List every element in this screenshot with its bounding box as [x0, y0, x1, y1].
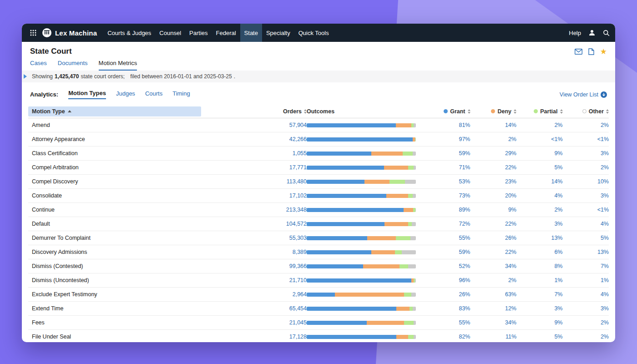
other-pct-link[interactable]: 3%: [601, 305, 609, 312]
other-pct-link[interactable]: 10%: [597, 178, 609, 185]
tab-motion-metrics[interactable]: Motion Metrics: [99, 60, 137, 71]
grant-pct-link[interactable]: 97%: [459, 136, 470, 142]
orders-count-link[interactable]: 113,480: [287, 178, 307, 185]
other-pct-link[interactable]: 5%: [601, 235, 609, 241]
motion-type-cell[interactable]: Amend: [28, 122, 201, 128]
outcomes-stacked-bar[interactable]: [307, 208, 416, 212]
orders-count-link[interactable]: 104,572: [286, 221, 307, 227]
grant-pct-link[interactable]: 59%: [459, 249, 470, 255]
outcomes-stacked-bar[interactable]: [307, 137, 416, 142]
lex-machina-logo[interactable]: Lex Machina: [42, 28, 97, 38]
email-alert-icon[interactable]: [575, 49, 582, 55]
grant-pct-link[interactable]: 81%: [459, 122, 470, 128]
outcomes-stacked-bar[interactable]: [307, 194, 416, 198]
deny-pct-link[interactable]: 29%: [505, 150, 516, 157]
partial-pct-link[interactable]: <1%: [551, 136, 562, 142]
outcomes-stacked-bar[interactable]: [307, 278, 416, 283]
outcomes-stacked-bar[interactable]: [307, 321, 416, 325]
grant-pct-link[interactable]: 55%: [459, 319, 470, 326]
outcomes-stacked-bar[interactable]: [307, 222, 416, 226]
outcomes-stacked-bar[interactable]: [307, 152, 416, 156]
partial-pct-link[interactable]: 4%: [554, 192, 562, 199]
grant-pct-link[interactable]: 83%: [459, 305, 470, 312]
partial-pct-link[interactable]: 3%: [554, 305, 562, 312]
outcomes-stacked-bar[interactable]: [307, 307, 416, 311]
partial-pct-link[interactable]: 5%: [554, 334, 562, 340]
orders-count-link[interactable]: 1,055: [293, 150, 307, 157]
document-export-icon[interactable]: [588, 48, 594, 55]
outcomes-stacked-bar[interactable]: [307, 293, 416, 297]
nav-item-state[interactable]: State: [240, 24, 262, 42]
deny-pct-link[interactable]: 2%: [508, 277, 516, 283]
other-pct-link[interactable]: 4%: [601, 221, 609, 227]
deny-pct-link[interactable]: 22%: [505, 249, 516, 255]
deny-pct-link[interactable]: 2%: [508, 136, 516, 142]
sort-motion-type[interactable]: Motion Type: [28, 106, 201, 116]
partial-pct-link[interactable]: 9%: [554, 150, 562, 157]
nav-item-quick-tools[interactable]: Quick Tools: [294, 24, 333, 42]
partial-pct-link[interactable]: 3%: [554, 221, 562, 227]
motion-type-cell[interactable]: Demurrer To Complaint: [28, 235, 201, 241]
nav-item-federal[interactable]: Federal: [212, 24, 240, 42]
partial-pct-link[interactable]: 6%: [554, 249, 562, 255]
column-orders[interactable]: Orders: [201, 108, 307, 115]
partial-pct-link[interactable]: 8%: [554, 263, 562, 269]
motion-type-cell[interactable]: Class Certification: [28, 150, 201, 157]
deny-pct-link[interactable]: 26%: [505, 235, 516, 241]
motion-type-cell[interactable]: Dismiss (Contested): [28, 263, 201, 269]
orders-count-link[interactable]: 65,454: [289, 305, 307, 312]
grant-pct-link[interactable]: 96%: [459, 277, 470, 283]
nav-item-specialty[interactable]: Specialty: [262, 24, 294, 42]
analytics-tab-courts[interactable]: Courts: [145, 90, 162, 99]
grant-pct-link[interactable]: 72%: [459, 221, 470, 227]
orders-count-link[interactable]: 55,303: [289, 235, 307, 241]
partial-pct-link[interactable]: 5%: [554, 164, 562, 171]
grant-pct-link[interactable]: 53%: [459, 178, 470, 185]
apps-grid-icon[interactable]: [27, 24, 39, 42]
help-link[interactable]: Help: [569, 30, 581, 36]
deny-pct-link[interactable]: 14%: [505, 122, 516, 128]
motion-type-cell[interactable]: Compel Discovery: [28, 178, 201, 185]
analytics-tab-timing[interactable]: Timing: [172, 90, 190, 99]
column-grant[interactable]: Grant: [424, 108, 470, 115]
motion-type-cell[interactable]: Dismiss (Uncontested): [28, 277, 201, 283]
partial-pct-link[interactable]: 14%: [551, 178, 562, 185]
orders-count-link[interactable]: 21,045: [289, 319, 307, 326]
other-pct-link[interactable]: 3%: [601, 150, 609, 157]
orders-count-link[interactable]: 8,389: [293, 249, 307, 255]
orders-count-link[interactable]: 99,366: [289, 263, 307, 269]
grant-pct-link[interactable]: 26%: [459, 291, 470, 298]
orders-count-link[interactable]: 21,710: [289, 277, 307, 283]
other-pct-link[interactable]: 2%: [601, 122, 609, 128]
deny-pct-link[interactable]: 34%: [505, 263, 516, 269]
orders-count-link[interactable]: 17,771: [289, 164, 307, 171]
column-deny[interactable]: Deny: [470, 108, 517, 115]
grant-pct-link[interactable]: 52%: [459, 263, 470, 269]
other-pct-link[interactable]: 7%: [601, 263, 609, 269]
column-partial[interactable]: Partial: [516, 108, 563, 115]
motion-type-cell[interactable]: Extend Time: [28, 305, 201, 312]
partial-pct-link[interactable]: 2%: [554, 207, 562, 213]
outcomes-stacked-bar[interactable]: [307, 166, 416, 170]
orders-count-link[interactable]: 2,964: [293, 291, 307, 298]
user-account-icon[interactable]: [588, 29, 596, 36]
outcomes-stacked-bar[interactable]: [307, 250, 416, 254]
orders-count-link[interactable]: 57,904: [289, 122, 307, 128]
other-pct-link[interactable]: 2%: [601, 164, 609, 171]
motion-type-cell[interactable]: Compel Arbitration: [28, 164, 201, 171]
outcomes-stacked-bar[interactable]: [307, 264, 416, 268]
other-pct-link[interactable]: <1%: [597, 207, 609, 213]
orders-count-link[interactable]: 42,266: [289, 136, 307, 142]
partial-pct-link[interactable]: 2%: [554, 122, 562, 128]
motion-type-cell[interactable]: Exclude Expert Testimony: [28, 291, 201, 298]
tab-documents[interactable]: Documents: [58, 60, 88, 71]
tab-cases[interactable]: Cases: [30, 60, 47, 71]
grant-pct-link[interactable]: 82%: [459, 334, 470, 340]
orders-count-link[interactable]: 213,348: [286, 207, 307, 213]
grant-pct-link[interactable]: 89%: [459, 207, 470, 213]
partial-pct-link[interactable]: 1%: [554, 277, 562, 283]
grant-pct-link[interactable]: 71%: [459, 164, 470, 171]
outcomes-stacked-bar[interactable]: [307, 236, 416, 240]
deny-pct-link[interactable]: 63%: [505, 291, 516, 298]
deny-pct-link[interactable]: 20%: [505, 192, 516, 199]
